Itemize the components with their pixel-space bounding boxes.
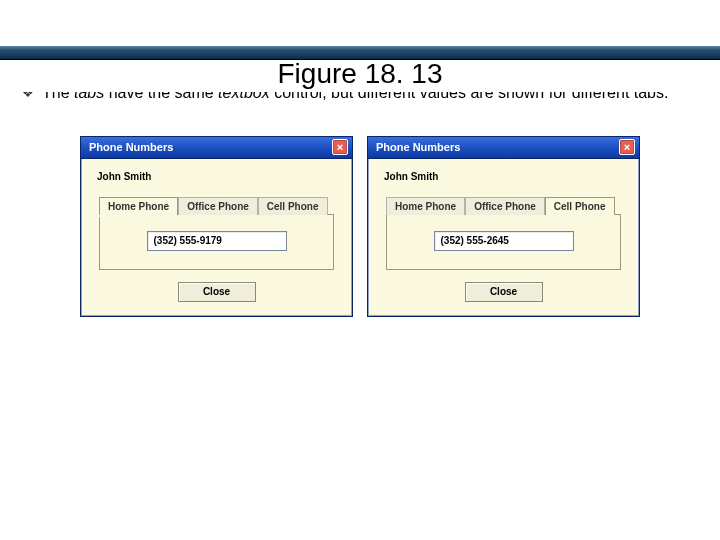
close-button[interactable]: Close — [178, 282, 256, 302]
tabstrip-left: Home Phone Office Phone Cell Phone — [99, 194, 334, 214]
phone-textbox[interactable]: (352) 555-9179 — [147, 231, 287, 251]
tabstrip-right: Home Phone Office Phone Cell Phone — [386, 194, 621, 214]
tab-cell-phone[interactable]: Cell Phone — [545, 197, 615, 215]
button-bar-left: Close — [91, 270, 342, 304]
close-icon[interactable]: × — [332, 139, 348, 155]
close-button[interactable]: Close — [465, 282, 543, 302]
tab-office-phone[interactable]: Office Phone — [465, 197, 545, 215]
tab-pane-right: (352) 555-2645 — [386, 214, 621, 270]
window-body-right: John Smith Home Phone Office Phone Cell … — [368, 159, 639, 316]
slide-title: Figure 18. 13 — [0, 58, 720, 90]
button-bar-right: Close — [378, 270, 629, 304]
window-left: Phone Numbers × John Smith Home Phone Of… — [80, 136, 353, 317]
tab-home-phone[interactable]: Home Phone — [99, 197, 178, 215]
person-label: John Smith — [384, 171, 629, 182]
figure-row: Phone Numbers × John Smith Home Phone Of… — [0, 104, 720, 317]
titlebar-right: Phone Numbers × — [368, 137, 639, 159]
window-title: Phone Numbers — [376, 141, 460, 153]
window-body-left: John Smith Home Phone Office Phone Cell … — [81, 159, 352, 316]
slide: Figure 18. 13 ❖ The tabs have the same t… — [0, 46, 720, 540]
tab-home-phone[interactable]: Home Phone — [386, 197, 465, 215]
tab-cell-phone[interactable]: Cell Phone — [258, 197, 328, 215]
close-icon[interactable]: × — [619, 139, 635, 155]
window-right: Phone Numbers × John Smith Home Phone Of… — [367, 136, 640, 317]
window-title: Phone Numbers — [89, 141, 173, 153]
phone-textbox[interactable]: (352) 555-2645 — [434, 231, 574, 251]
titlebar-left: Phone Numbers × — [81, 137, 352, 159]
tab-office-phone[interactable]: Office Phone — [178, 197, 258, 215]
tab-pane-left: (352) 555-9179 — [99, 214, 334, 270]
person-label: John Smith — [97, 171, 342, 182]
